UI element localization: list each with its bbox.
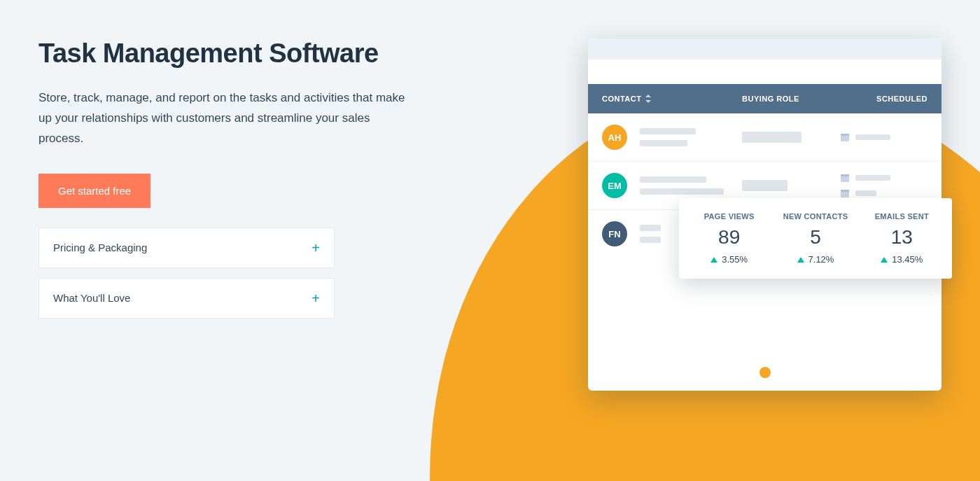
stat-delta: 13.45% <box>859 254 945 265</box>
svg-rect-5 <box>841 174 849 176</box>
stats-popover: PAGE VIEWS 89 3.55% NEW CONTACTS 5 7.12%… <box>679 198 952 279</box>
plus-icon: + <box>312 291 320 305</box>
stat-value: 5 <box>772 226 858 249</box>
svg-marker-1 <box>645 100 651 103</box>
sort-icon[interactable] <box>645 95 651 103</box>
stat-value: 13 <box>859 226 945 249</box>
page-subhead: Store, track, manage, and report on the … <box>38 88 410 149</box>
avatar: AH <box>602 125 627 150</box>
accordion-label: Pricing & Packaging <box>53 242 147 253</box>
buying-cell <box>742 132 840 143</box>
scheduled-cell <box>840 132 927 142</box>
accordion: Pricing & Packaging + What You'll Love + <box>38 228 335 319</box>
stat-value: 89 <box>686 226 772 249</box>
svg-rect-3 <box>841 134 849 136</box>
product-screenshot: CONTACT BUYING ROLE SCHEDULED AH <box>588 39 941 391</box>
calendar-icon <box>840 173 850 183</box>
page-title: Task Management Software <box>38 39 444 69</box>
trend-up-icon <box>881 257 888 263</box>
stat-page-views: PAGE VIEWS 89 3.55% <box>686 212 772 265</box>
contact-cell <box>640 176 742 195</box>
buying-cell <box>742 180 840 191</box>
stat-delta: 7.12% <box>772 254 858 265</box>
window-toolbar <box>588 60 941 84</box>
stat-label: PAGE VIEWS <box>686 212 772 221</box>
stat-new-contacts: NEW CONTACTS 5 7.12% <box>772 212 858 265</box>
column-scheduled[interactable]: SCHEDULED <box>840 95 927 103</box>
scheduled-cell <box>840 173 927 198</box>
accordion-item-love[interactable]: What You'll Love + <box>38 278 335 319</box>
accordion-label: What You'll Love <box>53 292 130 304</box>
column-buying-role[interactable]: BUYING ROLE <box>742 95 840 103</box>
stat-emails-sent: EMAILS SENT 13 13.45% <box>859 212 945 265</box>
table-row[interactable]: AH <box>588 113 941 162</box>
carousel-dot[interactable] <box>760 367 771 378</box>
trend-up-icon <box>710 257 718 263</box>
avatar: FN <box>602 221 627 246</box>
avatar: EM <box>602 173 627 198</box>
accordion-item-pricing[interactable]: Pricing & Packaging + <box>38 228 335 268</box>
stat-label: NEW CONTACTS <box>772 212 858 221</box>
contact-cell <box>640 128 742 146</box>
get-started-button[interactable]: Get started free <box>38 174 150 208</box>
hero-section: Task Management Software Store, track, m… <box>38 39 444 328</box>
plus-icon: + <box>312 241 320 255</box>
trend-up-icon <box>797 257 804 263</box>
calendar-icon <box>840 188 850 198</box>
stat-label: EMAILS SENT <box>859 212 945 221</box>
svg-rect-7 <box>841 190 849 192</box>
column-contact[interactable]: CONTACT <box>602 95 641 103</box>
table-header: CONTACT BUYING ROLE SCHEDULED <box>588 84 941 113</box>
stat-delta: 3.55% <box>686 254 772 265</box>
svg-marker-0 <box>645 95 651 97</box>
window-titlebar <box>588 39 941 60</box>
calendar-icon <box>840 132 850 142</box>
